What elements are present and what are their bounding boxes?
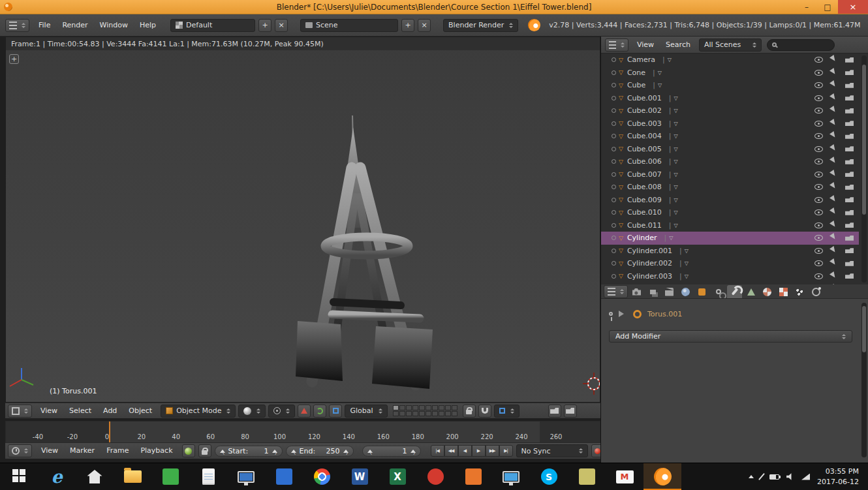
object-name[interactable]: Cube — [627, 81, 645, 89]
opengl-render-anim-button[interactable] — [564, 405, 577, 418]
expand-toggle-icon[interactable] — [612, 134, 616, 138]
menu-frame[interactable]: Frame — [101, 444, 134, 458]
selectability-cursor-icon[interactable] — [829, 68, 839, 78]
menu-view[interactable]: View — [35, 444, 64, 458]
visibility-eye-icon[interactable] — [814, 133, 823, 139]
layer-button-13[interactable] — [406, 411, 412, 416]
outliner-list[interactable]: ▽Camera|▽▽Cone|▽▽Cube|▽▽Cube.001|▽▽Cube.… — [601, 54, 868, 284]
layer-button-18[interactable] — [439, 411, 444, 416]
menu-file[interactable]: File — [33, 18, 56, 33]
blender-app-button[interactable] — [643, 463, 681, 490]
outliner-row[interactable]: ▽Cube.003|▽ — [601, 117, 859, 130]
outliner-row[interactable]: ▽Cube.008|▽ — [601, 181, 859, 194]
layer-button-16[interactable] — [426, 411, 431, 416]
outliner-row[interactable]: ▽Cube.010|▽ — [601, 206, 859, 219]
expand-toggle-icon[interactable] — [612, 185, 616, 189]
layer-button-10[interactable] — [452, 405, 457, 410]
auto-keyframe-record-button[interactable] — [591, 444, 600, 457]
layer-button-2[interactable] — [399, 405, 405, 410]
visibility-eye-icon[interactable] — [814, 108, 823, 114]
green-app-button[interactable] — [151, 463, 189, 490]
outliner-row[interactable]: ▽Cube.002|▽ — [601, 104, 859, 117]
selectability-cursor-icon[interactable] — [829, 93, 839, 103]
editor-type-button[interactable] — [605, 38, 628, 52]
layer-button-12[interactable] — [399, 411, 405, 416]
outliner-row[interactable]: ▽Cube.006|▽ — [601, 155, 859, 168]
menu-view[interactable]: View — [631, 38, 660, 52]
selectability-cursor-icon[interactable] — [829, 119, 839, 129]
expand-toggle-icon[interactable] — [612, 147, 616, 151]
menu-add[interactable]: Add — [97, 404, 123, 418]
menu-marker[interactable]: Marker — [64, 444, 101, 458]
object-name[interactable]: Cube.003 — [627, 119, 662, 128]
outliner-row[interactable]: ▽Camera|▽ — [601, 54, 859, 67]
menu-help[interactable]: Help — [134, 18, 162, 33]
internet-explorer-button[interactable]: e — [38, 463, 76, 490]
layer-button-1[interactable] — [393, 405, 399, 410]
renderability-camera-icon[interactable] — [845, 210, 854, 215]
visibility-eye-icon[interactable] — [814, 235, 823, 241]
object-name[interactable]: Cube.007 — [627, 170, 662, 179]
selectability-cursor-icon[interactable] — [829, 157, 839, 166]
minimize-button[interactable]: – — [796, 0, 817, 14]
visibility-eye-icon[interactable] — [814, 57, 823, 63]
expand-toggle-icon[interactable] — [612, 210, 616, 215]
visibility-eye-icon[interactable] — [814, 197, 823, 203]
object-name[interactable]: Cube.004 — [627, 132, 662, 140]
timeline-ruler[interactable]: -40-200204060801001201401601802002202402… — [5, 421, 600, 443]
expand-toggle-icon[interactable] — [612, 198, 616, 202]
visibility-eye-icon[interactable] — [814, 172, 823, 177]
editor-type-button[interactable] — [604, 285, 628, 298]
add-layout-button[interactable]: + — [258, 19, 271, 32]
tab-constraints[interactable] — [711, 285, 726, 298]
render-engine-dropdown[interactable]: Blender Render — [443, 19, 518, 32]
renderability-camera-icon[interactable] — [845, 70, 854, 75]
pivot-dropdown[interactable] — [268, 405, 295, 418]
visibility-eye-icon[interactable] — [814, 260, 823, 266]
editor-type-button[interactable] — [5, 19, 29, 32]
layer-button-8[interactable] — [439, 405, 444, 410]
menu-search[interactable]: Search — [660, 38, 696, 52]
tab-render-layers[interactable] — [645, 285, 660, 298]
visibility-eye-icon[interactable] — [814, 248, 823, 254]
mail-tile-button[interactable] — [265, 463, 303, 490]
outliner-row[interactable]: ▽Cylinder|▽ — [601, 232, 859, 245]
expand-toggle-icon[interactable] — [612, 274, 616, 279]
layer-button-11[interactable] — [393, 411, 399, 416]
toolshelf-expand-button[interactable]: + — [9, 54, 19, 64]
tab-particles[interactable] — [792, 285, 807, 298]
selectability-cursor-icon[interactable] — [829, 284, 839, 284]
pen-icon[interactable] — [758, 473, 765, 480]
display-filter-dropdown[interactable]: All Scenes — [699, 38, 762, 52]
expand-toggle-icon[interactable] — [612, 236, 616, 240]
orientation-dropdown[interactable]: Global — [345, 405, 387, 418]
outliner-row[interactable]: ▽Cube.007|▽ — [601, 168, 859, 181]
layer-button-15[interactable] — [419, 411, 425, 416]
selectability-cursor-icon[interactable] — [829, 246, 839, 256]
menu-window[interactable]: Window — [94, 18, 134, 33]
outliner-row[interactable]: ▽Cube.001|▽ — [601, 92, 859, 105]
play-button[interactable]: ▶ — [472, 445, 486, 457]
tab-scene[interactable] — [662, 285, 677, 298]
object-name[interactable]: Cylinder.001 — [627, 247, 672, 255]
outliner-row[interactable]: ▽Cube|▽ — [601, 79, 859, 92]
expand-toggle-icon[interactable] — [612, 249, 616, 253]
object-name[interactable]: Cone — [627, 69, 645, 77]
snap-mode-dropdown[interactable] — [494, 405, 519, 418]
selectability-cursor-icon[interactable] — [829, 258, 839, 268]
menu-playback[interactable]: Playback — [134, 444, 178, 458]
renderability-camera-icon[interactable] — [845, 185, 854, 190]
jump-to-start-button[interactable]: |◀ — [431, 445, 444, 457]
delete-layout-button[interactable]: × — [275, 19, 288, 32]
selectability-cursor-icon[interactable] — [829, 144, 839, 154]
end-frame-field[interactable]: ‹ End: 250 › — [286, 446, 354, 457]
scrollbar-thumb[interactable] — [862, 65, 866, 215]
outliner-row[interactable]: ▽Cube.009|▽ — [601, 194, 859, 207]
expand-toggle-icon[interactable] — [612, 261, 616, 266]
expand-toggle-icon[interactable] — [612, 83, 616, 87]
tab-physics[interactable] — [809, 285, 824, 298]
outliner-row[interactable]: ▽Cone|▽ — [601, 67, 859, 80]
tab-modifiers[interactable] — [727, 285, 742, 298]
increment-arrow-icon[interactable]: › — [411, 450, 416, 453]
selectability-cursor-icon[interactable] — [829, 170, 839, 179]
